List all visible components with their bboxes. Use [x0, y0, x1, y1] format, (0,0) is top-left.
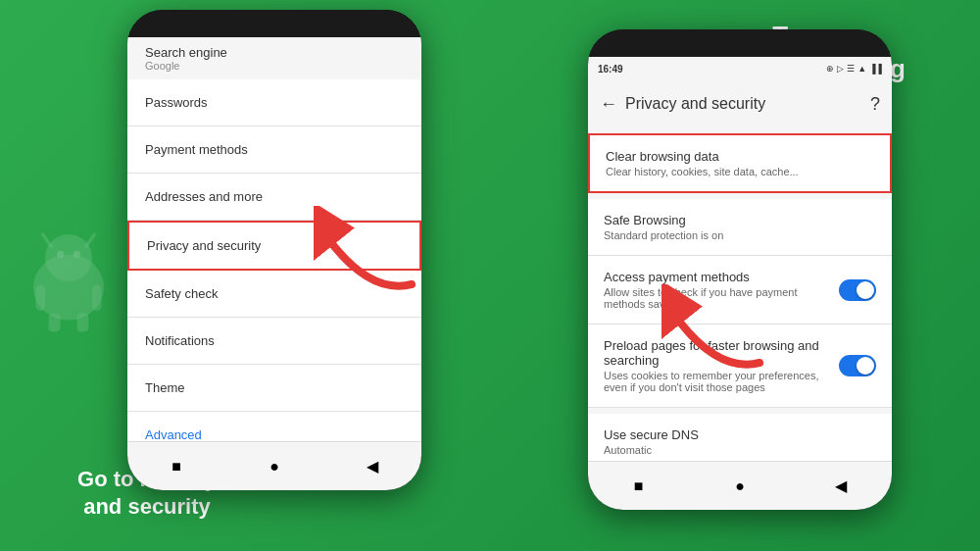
setting-secure-dns[interactable]: Use secure DNS Automatic: [588, 414, 892, 461]
settings-header: ← Privacy and security ?: [588, 80, 892, 127]
clear-browsing-title: Clear browsing data: [606, 149, 874, 164]
svg-rect-6: [35, 285, 45, 311]
status-time: 16:49: [598, 64, 623, 75]
status-bar: 16:49 ⊕▷☰▲▐▐: [588, 57, 892, 80]
nav-circle[interactable]: ●: [264, 456, 285, 477]
arrow-right: [662, 284, 779, 386]
setting-clear-browsing[interactable]: Clear browsing data Clear history, cooki…: [588, 133, 892, 193]
phone-notch-right: [588, 29, 892, 57]
svg-point-3: [74, 251, 80, 258]
arrow-left: [314, 206, 431, 308]
svg-point-1: [45, 234, 92, 281]
nav-triangle[interactable]: ◀: [362, 456, 383, 477]
secure-dns-subtitle: Automatic: [604, 444, 876, 456]
clear-browsing-subtitle: Clear history, cookies, site data, cache…: [606, 166, 874, 177]
nav-triangle-right[interactable]: ◀: [830, 476, 852, 497]
settings-page-title: Privacy and security: [625, 95, 862, 113]
help-icon[interactable]: ?: [870, 94, 880, 115]
menu-item-advanced[interactable]: Advanced: [127, 412, 421, 441]
svg-rect-9: [76, 313, 88, 331]
back-button[interactable]: ←: [600, 94, 617, 115]
setting-safe-browsing[interactable]: Safe Browsing Standard protection is on: [588, 199, 892, 256]
svg-rect-7: [92, 285, 102, 311]
phone-notch-left: [127, 10, 421, 37]
notch-cutout-left: [245, 10, 304, 27]
nav-bar-left: ■ ● ◀: [127, 441, 421, 490]
payment-methods-title: Access payment methods: [604, 270, 831, 284]
safe-browsing-title: Safe Browsing: [604, 213, 876, 227]
menu-item-passwords[interactable]: Passwords: [127, 79, 421, 126]
payment-toggle[interactable]: [839, 279, 876, 301]
notch-cutout-right: [710, 29, 769, 47]
secure-dns-title: Use secure DNS: [604, 427, 876, 442]
search-engine-sublabel: Google: [145, 60, 404, 72]
menu-item-theme[interactable]: Theme: [127, 365, 421, 412]
nav-square-right[interactable]: ■: [628, 476, 650, 497]
status-icons: ⊕▷☰▲▐▐: [826, 64, 882, 74]
svg-point-2: [57, 251, 64, 258]
svg-line-5: [86, 234, 94, 246]
menu-item-payment[interactable]: Payment methods: [127, 126, 421, 174]
android-mascot: [10, 217, 127, 334]
search-engine-item[interactable]: Search engine: [145, 45, 404, 60]
svg-rect-8: [49, 313, 61, 331]
phone-right: 16:49 ⊕▷☰▲▐▐ ← Privacy and security ? Cl…: [588, 29, 892, 510]
nav-square[interactable]: ■: [166, 456, 187, 477]
nav-bar-right: ■ ● ◀: [588, 461, 892, 510]
preload-toggle[interactable]: [839, 355, 876, 376]
svg-line-4: [43, 234, 51, 246]
nav-circle-right[interactable]: ●: [729, 476, 751, 497]
menu-item-notifications[interactable]: Notifications: [127, 318, 421, 365]
safe-browsing-subtitle: Standard protection is on: [604, 229, 876, 241]
